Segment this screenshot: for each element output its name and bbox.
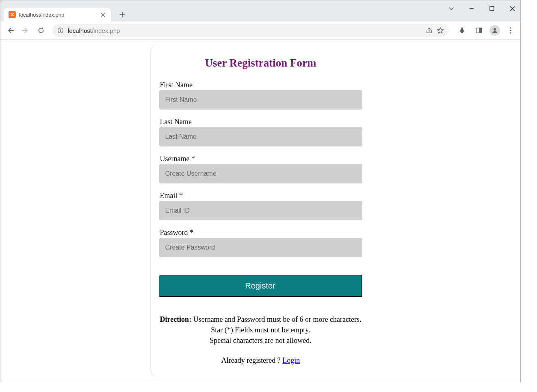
registration-card: User Registration Form First Name Last N… <box>151 45 370 377</box>
page-viewport[interactable]: User Registration Form First Name Last N… <box>1 40 520 381</box>
url-host: localhost <box>68 27 92 34</box>
page-title: User Registration Form <box>159 57 362 69</box>
username-label: Username * <box>160 155 362 163</box>
direction-line-3: Special characters are not allowed. <box>210 336 311 345</box>
extensions-icon[interactable] <box>455 24 468 37</box>
password-label: Password * <box>160 228 362 237</box>
profile-avatar[interactable] <box>489 25 500 36</box>
window-titlebar <box>0 0 520 5</box>
direction-line-2: Star (*) Fields must not be empty. <box>211 326 310 334</box>
back-button[interactable] <box>4 24 17 37</box>
svg-point-11 <box>510 32 511 33</box>
login-prompt: Already registered ? <box>221 356 282 364</box>
browser-toolbar: localhost/index.php <box>0 22 520 40</box>
minimize-button[interactable] <box>466 3 477 14</box>
close-tab-icon[interactable] <box>100 11 106 18</box>
tab-title: localhost/index.php <box>19 12 95 18</box>
forward-button[interactable] <box>19 24 32 37</box>
svg-point-8 <box>494 28 496 31</box>
tab-strip: localhost/index.php <box>0 5 520 22</box>
window-controls <box>446 0 520 17</box>
svg-rect-7 <box>479 28 482 33</box>
url-text: localhost/index.php <box>68 27 120 34</box>
reload-button[interactable] <box>35 24 48 37</box>
login-link[interactable]: Login <box>282 356 300 364</box>
tab-search-icon[interactable] <box>446 3 457 14</box>
last-name-label: Last Name <box>160 118 362 126</box>
browser-window: localhost/index.php <box>0 0 521 382</box>
direction-heading: Direction: <box>160 315 191 323</box>
directions-block: Direction: Username and Password must be… <box>159 314 362 346</box>
new-tab-button[interactable] <box>117 9 128 20</box>
svg-point-10 <box>510 30 511 31</box>
login-line: Already registered ? Login <box>159 356 362 365</box>
bookmark-star-icon[interactable] <box>437 27 444 34</box>
first-name-label: First Name <box>160 81 362 89</box>
site-info-icon[interactable] <box>57 27 64 34</box>
svg-point-3 <box>60 29 61 30</box>
menu-icon[interactable] <box>504 24 517 37</box>
svg-point-9 <box>510 27 511 28</box>
first-name-input[interactable] <box>159 90 362 110</box>
svg-point-5 <box>461 27 462 28</box>
email-label: Email * <box>160 192 362 200</box>
xampp-favicon <box>9 11 16 18</box>
last-name-input[interactable] <box>159 127 362 146</box>
username-input[interactable] <box>159 164 362 183</box>
direction-line-1: Username and Password must be of 6 or mo… <box>193 315 362 323</box>
toolbar-right <box>455 24 517 37</box>
password-input[interactable] <box>159 238 362 257</box>
svg-rect-1 <box>490 6 494 11</box>
share-icon[interactable] <box>426 27 433 34</box>
sidepanel-icon[interactable] <box>472 24 485 37</box>
close-window-button[interactable] <box>507 3 518 14</box>
address-bar[interactable]: localhost/index.php <box>52 24 449 37</box>
register-button[interactable]: Register <box>159 275 362 297</box>
svg-rect-4 <box>60 30 61 32</box>
browser-tab[interactable]: localhost/index.php <box>4 8 111 22</box>
url-path: /index.php <box>92 27 120 34</box>
email-input[interactable] <box>159 201 362 220</box>
maximize-button[interactable] <box>486 3 498 14</box>
